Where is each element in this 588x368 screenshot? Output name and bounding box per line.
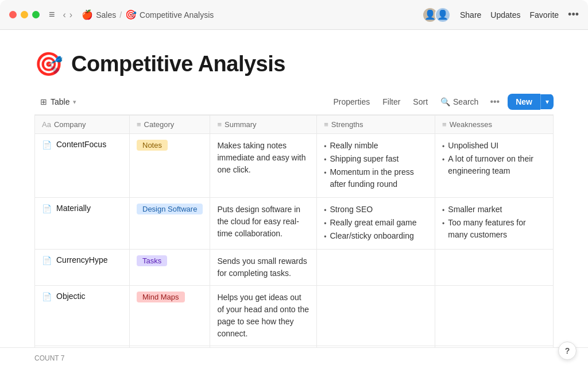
company-cell: 📄Materially xyxy=(35,198,130,250)
analysis-emoji: 🎯 xyxy=(125,9,137,20)
back-arrow[interactable]: ‹ xyxy=(63,10,66,20)
company-cell: 📄ContentFocus xyxy=(35,134,130,198)
summary-cell: Sends you small rewards for completing t… xyxy=(210,250,317,286)
new-button[interactable]: New xyxy=(508,94,540,110)
table-row[interactable]: 📄MateriallyDesign SoftwarePuts design so… xyxy=(35,198,554,250)
company-name: ContentFocus xyxy=(56,140,106,149)
properties-button[interactable]: Properties xyxy=(327,94,376,109)
strengths-cell: •Strong SEO•Really great email game•Clea… xyxy=(317,198,435,250)
avatar-group: 👤 👤 xyxy=(422,7,451,23)
maximize-button[interactable] xyxy=(32,11,40,18)
category-tag[interactable]: Tasks xyxy=(137,255,167,266)
forward-arrow[interactable]: › xyxy=(69,10,72,20)
company-name: Materially xyxy=(56,204,91,213)
category-tag[interactable]: Notes xyxy=(137,140,168,151)
share-button[interactable]: Share xyxy=(460,10,481,20)
strengths-cell xyxy=(317,286,435,346)
close-button[interactable] xyxy=(9,11,17,18)
weakness-item: •Unpolished UI xyxy=(442,140,546,152)
traffic-lights xyxy=(9,11,40,18)
breadcrumb-sales[interactable]: 🍎 Sales xyxy=(82,9,116,20)
page-title: Competitive Analysis xyxy=(71,52,285,76)
analysis-label: Competitive Analysis xyxy=(140,10,214,20)
count-label: COUNT 7 xyxy=(34,354,64,362)
toolbar-left: ⊞ Table ▾ xyxy=(34,94,82,109)
table-body: 📄ContentFocusNotesMakes taking notes imm… xyxy=(35,134,554,363)
table-row[interactable]: 📄CurrencyHypeTasksSends you small reward… xyxy=(35,250,554,286)
table-row[interactable]: 📄ContentFocusNotesMakes taking notes imm… xyxy=(35,134,554,198)
toolbar-right: Properties Filter Sort 🔍 Search ••• New … xyxy=(327,94,554,110)
new-button-group: New ▾ xyxy=(508,94,554,110)
breadcrumb-separator: / xyxy=(119,10,122,20)
menu-icon[interactable]: ≡ xyxy=(49,9,55,21)
company-name: CurrencyHype xyxy=(56,255,107,264)
table-header: AaCompany ≡Category ≡Summary ≡Strengths … xyxy=(35,116,554,134)
weaknesses-cell: •Unpolished UI•A lot of turnover on thei… xyxy=(435,134,554,198)
category-tag[interactable]: Design Software xyxy=(137,204,203,214)
page-icon: 🎯 xyxy=(34,51,63,78)
col-company[interactable]: AaCompany xyxy=(35,116,130,134)
table-row[interactable]: 📄ObjecticMind MapsHelps you get ideas ou… xyxy=(35,286,554,346)
table-view-label: Table xyxy=(51,97,69,106)
minimize-button[interactable] xyxy=(21,11,28,18)
table-view-chevron: ▾ xyxy=(73,98,76,106)
strength-item: •Strong SEO xyxy=(324,204,428,216)
strength-item: •Really nimble xyxy=(324,140,428,152)
titlebar-right: 👤 👤 Share Updates Favorite ••• xyxy=(422,7,579,23)
col-weaknesses[interactable]: ≡Weaknesses xyxy=(435,116,554,134)
col-category[interactable]: ≡Category xyxy=(130,116,210,134)
category-cell: Tasks xyxy=(130,250,210,286)
weaknesses-cell xyxy=(435,250,554,286)
search-button[interactable]: 🔍 Search xyxy=(435,94,484,109)
weaknesses-cell: •Smaller market•Too many features for ma… xyxy=(435,198,554,250)
col-summary[interactable]: ≡Summary xyxy=(210,116,317,134)
company-icon: 📄 xyxy=(42,292,52,301)
new-button-chevron[interactable]: ▾ xyxy=(540,94,554,109)
toolbar: ⊞ Table ▾ Properties Filter Sort 🔍 Searc… xyxy=(34,94,554,115)
data-table: AaCompany ≡Category ≡Summary ≡Strengths … xyxy=(34,115,554,362)
favorite-button[interactable]: Favorite xyxy=(530,10,559,20)
summary-cell: Helps you get ideas out of your head and… xyxy=(210,286,317,346)
category-cell: Notes xyxy=(130,134,210,198)
strength-item: •Clear/sticky onboarding xyxy=(324,230,428,242)
weakness-item: •Smaller market xyxy=(442,204,546,216)
footer: COUNT 7 xyxy=(0,347,588,368)
sales-label: Sales xyxy=(96,10,116,20)
weaknesses-cell xyxy=(435,286,554,346)
strength-item: •Momentum in the press after funding rou… xyxy=(324,166,428,190)
company-icon: 📄 xyxy=(42,204,52,213)
page-title-row: 🎯 Competitive Analysis xyxy=(34,51,554,78)
summary-cell: Puts design software in the cloud for ea… xyxy=(210,198,317,250)
table-view-button[interactable]: ⊞ Table ▾ xyxy=(34,94,82,109)
company-cell: 📄CurrencyHype xyxy=(35,250,130,286)
company-icon: 📄 xyxy=(42,140,52,150)
weakness-item: •Too many features for many customers xyxy=(442,217,546,241)
more-options-icon[interactable]: ••• xyxy=(568,9,579,21)
strengths-cell: •Really nimble•Shipping super fast•Momen… xyxy=(317,134,435,198)
updates-button[interactable]: Updates xyxy=(490,10,520,20)
strength-item: •Shipping super fast xyxy=(324,153,428,165)
col-strengths[interactable]: ≡Strengths xyxy=(317,116,435,134)
breadcrumb: 🍎 Sales / 🎯 Competitive Analysis xyxy=(82,9,214,20)
table-container: AaCompany ≡Category ≡Summary ≡Strengths … xyxy=(34,115,554,362)
company-icon: 📄 xyxy=(42,256,52,265)
breadcrumb-analysis[interactable]: 🎯 Competitive Analysis xyxy=(125,9,214,20)
help-button[interactable]: ? xyxy=(558,342,577,360)
search-icon: 🔍 xyxy=(440,97,450,106)
toolbar-more-button[interactable]: ••• xyxy=(485,94,504,110)
titlebar: ≡ ‹ › 🍎 Sales / 🎯 Competitive Analysis 👤… xyxy=(0,0,588,30)
company-cell: 📄Objectic xyxy=(35,286,130,346)
strength-item: •Really great email game xyxy=(324,217,428,229)
category-cell: Mind Maps xyxy=(130,286,210,346)
avatar-2: 👤 xyxy=(435,7,451,23)
strengths-cell xyxy=(317,250,435,286)
nav-arrows: ‹ › xyxy=(63,10,73,20)
filter-button[interactable]: Filter xyxy=(377,94,406,109)
weakness-item: •A lot of turnover on their engineering … xyxy=(442,153,546,177)
page-content: 🎯 Competitive Analysis ⊞ Table ▾ Propert… xyxy=(0,30,588,362)
category-tag[interactable]: Mind Maps xyxy=(137,292,185,302)
company-name: Objectic xyxy=(56,292,86,301)
summary-cell: Makes taking notes immediate and easy wi… xyxy=(210,134,317,198)
table-icon: ⊞ xyxy=(40,97,47,106)
sort-button[interactable]: Sort xyxy=(407,94,434,109)
